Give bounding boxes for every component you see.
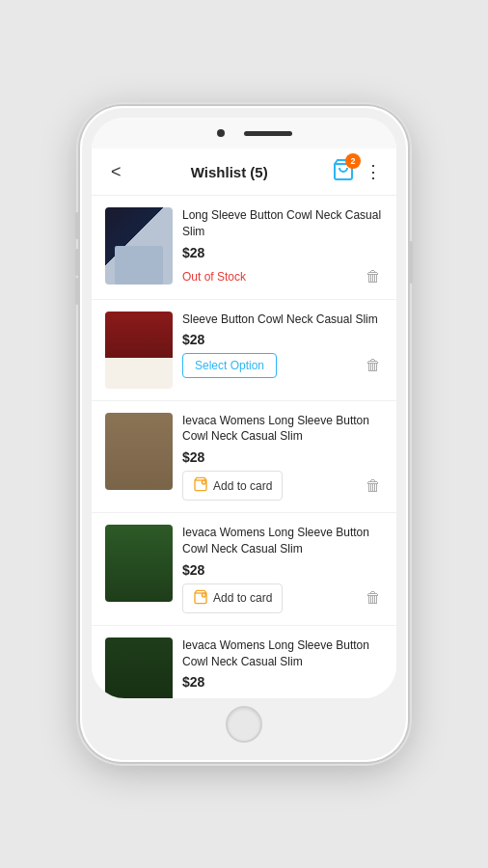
app-header: < Wishlist (5) 2 ⋮ [92,149,396,196]
phone-bottom [92,698,396,750]
speaker-notch [244,131,292,136]
add-to-cart-label: Add to card [213,591,272,605]
item-action-row: Add to card🗑 [182,583,383,613]
delete-button[interactable]: 🗑 [364,266,383,287]
phone-screen: < Wishlist (5) 2 ⋮ Long Sleeve Button Co… [92,118,396,698]
product-image-3 [105,413,173,490]
back-button[interactable]: < [105,160,127,184]
product-image-2 [105,312,173,389]
add-to-cart-button[interactable]: Add to card [182,583,283,613]
item-price-5: $28 [182,674,383,690]
product-image-5 [105,637,173,698]
item-price-4: $28 [182,562,383,578]
add-to-cart-icon [193,589,208,608]
delete-button[interactable]: 🗑 [364,587,383,609]
item-name-3: Ievaca Womens Long Sleeve Button Cowl Ne… [182,413,383,446]
phone-shell: < Wishlist (5) 2 ⋮ Long Sleeve Button Co… [80,106,408,762]
add-to-cart-label: Add to card [213,479,272,493]
delete-button[interactable]: 🗑 [364,475,383,497]
item-price-2: $28 [182,332,383,347]
list-item: Long Sleeve Button Cowl Neck Casual Slim… [92,196,396,300]
more-options-button[interactable]: ⋮ [365,161,383,182]
camera-notch [217,129,225,137]
item-details-5: Ievaca Womens Long Sleeve Button Cowl Ne… [182,637,383,696]
product-image-1 [105,207,173,285]
item-name-1: Long Sleeve Button Cowl Neck Casual Slim [182,207,383,240]
item-details-3: Ievaca Womens Long Sleeve Button Cowl Ne… [182,413,383,502]
item-price-3: $28 [182,449,383,465]
list-item: Ievaca Womens Long Sleeve Button Cowl Ne… [92,401,396,514]
add-to-cart-button[interactable]: Add to card [182,471,283,501]
header-icons: 2 ⋮ [332,158,383,185]
delete-button[interactable]: 🗑 [364,355,383,376]
cart-badge: 2 [345,153,361,169]
item-details-1: Long Sleeve Button Cowl Neck Casual Slim… [182,207,383,287]
item-name-4: Ievaca Womens Long Sleeve Button Cowl Ne… [182,525,383,557]
item-action-row: Add to card🗑 [182,471,383,501]
list-item: Ievaca Womens Long Sleeve Button Cowl Ne… [92,513,396,626]
add-to-cart-icon [193,476,208,495]
phone-top-bar [92,118,396,149]
item-price-1: $28 [182,245,383,260]
wishlist-list: Long Sleeve Button Cowl Neck Casual Slim… [92,196,396,698]
cart-button[interactable]: 2 [332,158,355,185]
item-name-2: Sleeve Button Cowl Neck Casual Slim [182,312,383,328]
item-action-row: Out of Stock🗑 [182,266,383,287]
product-image-4 [105,525,173,602]
list-item: Sleeve Button Cowl Neck Casual Slim$28Se… [92,300,396,401]
item-details-2: Sleeve Button Cowl Neck Casual Slim$28Se… [182,312,383,379]
select-option-button[interactable]: Select Option [182,353,277,378]
item-details-4: Ievaca Womens Long Sleeve Button Cowl Ne… [182,525,383,613]
page-title: Wishlist (5) [191,164,268,180]
item-action-row: Select Option🗑 [182,353,383,378]
item-name-5: Ievaca Womens Long Sleeve Button Cowl Ne… [182,637,383,670]
home-button[interactable] [226,706,262,743]
out-of-stock-label: Out of Stock [182,270,246,284]
list-item: Ievaca Womens Long Sleeve Button Cowl Ne… [92,626,396,698]
